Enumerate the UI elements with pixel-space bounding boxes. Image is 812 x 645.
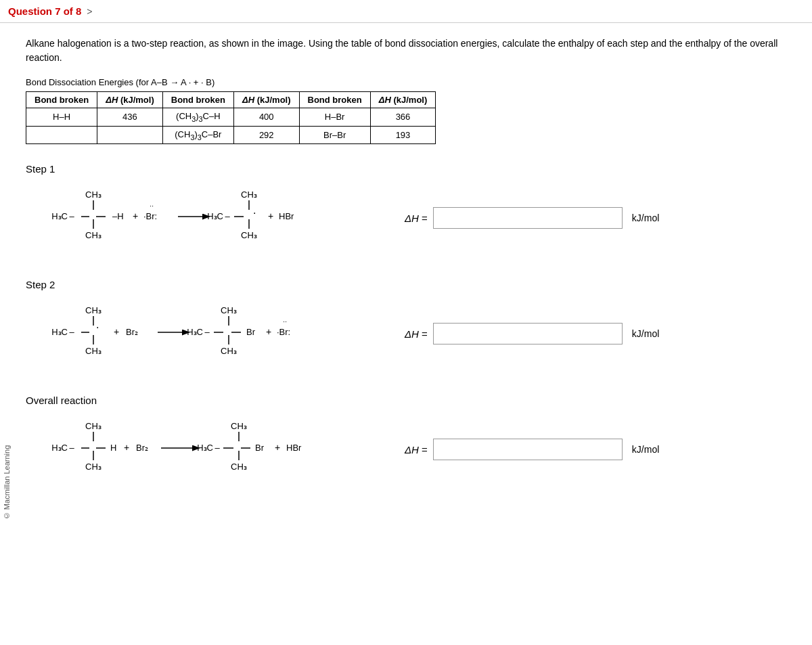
svg-text:H₃C –: H₃C – — [187, 327, 210, 337]
col-header-bond1: Bond broken — [26, 92, 97, 108]
step1-delta-h-label: ΔH = — [405, 213, 428, 224]
svg-text:Br₂: Br₂ — [136, 443, 148, 453]
svg-text:CH₃: CH₃ — [231, 462, 247, 472]
step2-equation-svg: CH₃ H₃C – · CH₃ + Br₂ — [26, 300, 378, 368]
svg-text:CH₃: CH₃ — [85, 305, 102, 315]
svg-text:CH₃: CH₃ — [231, 421, 247, 431]
bond-table: Bond broken ΔH (kJ/mol) Bond broken ΔH (… — [26, 91, 436, 144]
svg-text:Br₂: Br₂ — [126, 327, 138, 337]
overall-answer-input[interactable] — [433, 439, 623, 460]
svg-text:·Br:: ·Br: — [143, 211, 157, 221]
svg-text:CH₃: CH₃ — [241, 230, 257, 240]
table-row: (CH3)3C–Br 292 Br–Br 193 — [26, 126, 436, 144]
svg-text:H₃C –: H₃C – — [207, 211, 230, 221]
svg-text:·: · — [253, 207, 256, 219]
col-header-dh3: ΔH (kJ/mol) — [370, 92, 436, 108]
svg-text:H: H — [110, 443, 116, 453]
step2-answer-input[interactable] — [433, 323, 623, 344]
svg-text:+: + — [133, 210, 138, 221]
cell-dh2-row1: 400 — [233, 108, 299, 127]
svg-text:CH₃: CH₃ — [85, 421, 102, 431]
svg-text:Br: Br — [255, 443, 265, 453]
step2-delta-h-label: ΔH = — [405, 328, 428, 340]
step1-reaction-row: CH₃ H₃C – –H CH₃ + — [26, 184, 792, 252]
cell-bond1-row1: H–H — [26, 108, 97, 127]
table-row: H–H 436 (CH3)3C–H 400 H–Br 366 — [26, 108, 436, 127]
content-area: Alkane halogenation is a two-step reacti… — [19, 23, 812, 531]
svg-text:CH₃: CH₃ — [85, 230, 102, 240]
sidebar-watermark: © Macmillan Learning — [0, 23, 19, 531]
col-header-bond2: Bond broken — [162, 92, 233, 108]
svg-text:·: · — [96, 321, 99, 333]
cell-dh1-row1: 436 — [97, 108, 163, 127]
cell-dh3-row2: 193 — [370, 126, 436, 144]
col-header-dh2: ΔH (kJ/mol) — [233, 92, 299, 108]
svg-text:+: + — [266, 326, 271, 337]
intro-text: Alkane halogenation is a two-step reacti… — [26, 37, 792, 65]
svg-text:Br: Br — [246, 327, 256, 337]
svg-text:+: + — [124, 442, 129, 453]
svg-text:CH₃: CH₃ — [241, 190, 257, 200]
cell-dh3-row1: 366 — [370, 108, 436, 127]
cell-bond1-row2 — [26, 126, 97, 144]
table-title: Bond Dissociation Energies (for A–B → A … — [26, 77, 792, 87]
svg-text:CH₃: CH₃ — [221, 305, 237, 315]
svg-text:+: + — [268, 210, 273, 221]
svg-text:CH₃: CH₃ — [85, 462, 102, 472]
svg-text:HBr: HBr — [286, 443, 302, 453]
question-label: Question 7 of 8 — [8, 5, 81, 17]
svg-text:H₃C –: H₃C – — [51, 327, 74, 337]
step1-section: Step 1 CH₃ H₃C – — [26, 163, 792, 252]
overall-label: Overall reaction — [26, 395, 792, 406]
svg-text:CH₃: CH₃ — [221, 346, 237, 356]
svg-text:CH₃: CH₃ — [85, 190, 102, 200]
step2-delta-h-section: ΔH = kJ/mol — [405, 323, 659, 344]
top-bar: Question 7 of 8 > — [0, 0, 812, 23]
col-header-dh1: ΔH (kJ/mol) — [97, 92, 163, 108]
cell-bond2-row2: (CH3)3C–Br — [162, 126, 233, 144]
svg-text:H₃C –: H₃C – — [51, 211, 74, 221]
cell-bond3-row1: H–Br — [299, 108, 370, 127]
cell-bond3-row2: Br–Br — [299, 126, 370, 144]
svg-text:CH₃: CH₃ — [85, 346, 102, 356]
overall-reaction-row: CH₃ H₃C – H CH₃ + Br₂ — [26, 416, 792, 483]
step1-kj-mol-label: kJ/mol — [632, 213, 659, 223]
step2-kj-mol-label: kJ/mol — [632, 328, 659, 339]
main-content: © Macmillan Learning Alkane halogenation… — [0, 23, 812, 531]
cell-dh2-row2: 292 — [233, 126, 299, 144]
svg-text:+: + — [275, 442, 280, 453]
chevron-right-icon: > — [87, 6, 92, 17]
cell-dh1-row2 — [97, 126, 163, 144]
svg-text:H₃C –: H₃C – — [197, 443, 220, 453]
svg-text:+: + — [114, 326, 119, 337]
overall-equation-svg: CH₃ H₃C – H CH₃ + Br₂ — [26, 416, 378, 483]
overall-delta-h-section: ΔH = kJ/mol — [405, 439, 659, 460]
step2-section: Step 2 CH₃ H₃C – · CH₃ + — [26, 279, 792, 368]
table-section: Bond Dissociation Energies (for A–B → A … — [26, 77, 792, 144]
svg-text:HBr: HBr — [279, 211, 294, 221]
svg-text:⋅⋅: ⋅⋅ — [150, 202, 154, 210]
step2-label: Step 2 — [26, 279, 792, 290]
overall-kj-mol-label: kJ/mol — [632, 444, 659, 455]
svg-text:·Br:: ·Br: — [277, 327, 290, 337]
overall-delta-h-label: ΔH = — [405, 444, 428, 455]
step2-reaction-row: CH₃ H₃C – · CH₃ + Br₂ — [26, 300, 792, 368]
svg-text:–H: –H — [112, 211, 124, 221]
step1-equation-svg: CH₃ H₃C – –H CH₃ + — [26, 184, 378, 252]
overall-section: Overall reaction CH₃ H₃C – H CH₃ — [26, 395, 792, 483]
svg-text:H₃C –: H₃C – — [51, 443, 74, 453]
page-container: Question 7 of 8 > © Macmillan Learning A… — [0, 0, 812, 645]
step1-answer-input[interactable] — [433, 207, 623, 229]
cell-bond2-row1: (CH3)3C–H — [162, 108, 233, 127]
col-header-bond3: Bond broken — [299, 92, 370, 108]
step1-delta-h-section: ΔH = kJ/mol — [405, 207, 659, 229]
step1-label: Step 1 — [26, 163, 792, 175]
svg-text:⋅⋅: ⋅⋅ — [283, 318, 287, 326]
